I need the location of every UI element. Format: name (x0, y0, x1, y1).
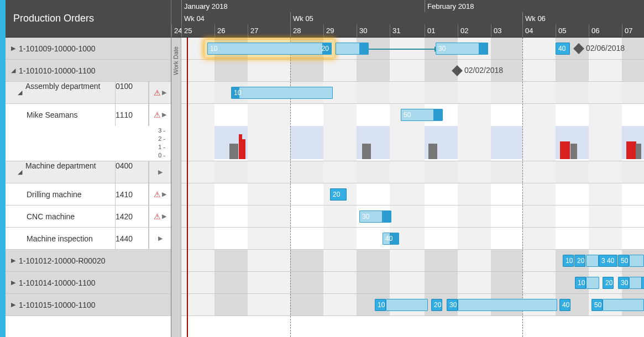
task-bar[interactable]: 20 (574, 255, 585, 267)
alert-icon: ⚠ (154, 110, 161, 119)
week-cell[interactable]: Wk 05 (290, 12, 522, 24)
load-bar (362, 144, 371, 159)
task-bar[interactable]: 50 (618, 255, 629, 267)
resource-row[interactable]: CNC machine1420⚠▶ (0, 206, 171, 228)
gantt-row (171, 161, 644, 183)
task-bar[interactable]: 30 (359, 210, 391, 223)
chevron-right-icon[interactable]: ▶ (162, 213, 166, 220)
task-bar[interactable] (586, 277, 599, 289)
chevron-right-icon[interactable]: ▶ (162, 111, 166, 118)
res-icons[interactable]: ⚠▶ (149, 206, 171, 227)
task-bar[interactable]: 20 (330, 188, 347, 201)
chevron-right-icon[interactable]: ▶ (158, 235, 163, 242)
task-bar[interactable]: 1020 (207, 43, 332, 55)
day-cell[interactable]: 30 (357, 24, 390, 37)
task-bar[interactable]: 10 (231, 87, 333, 99)
load-bar (626, 141, 636, 159)
chevron-right-icon[interactable]: ▶ (162, 191, 166, 198)
department-row[interactable]: ◢Assembly department0100⚠▶ (0, 82, 171, 104)
month-cell[interactable]: February 2018 (425, 0, 644, 12)
day-cell[interactable]: 24 (171, 24, 181, 37)
order-row[interactable]: ▶1-101009-10000-1000 (0, 38, 171, 60)
orders-tree: Production Orders ▶1-101009-10000-1000◢1… (0, 0, 171, 337)
resource-label: CNC machine (25, 206, 116, 227)
day-cell[interactable]: 06 (589, 24, 622, 37)
day-cell[interactable]: 02 (458, 24, 491, 37)
order-row[interactable]: ▶1-101015-10000-1100 (0, 294, 171, 316)
task-bar[interactable]: 20 (603, 277, 614, 289)
week-cell[interactable]: Wk 06 (522, 12, 644, 24)
department-label: Assembly department (24, 82, 116, 103)
resource-row[interactable]: Mike Seamans1110⚠▶3 -2 -1 -0 - (0, 104, 171, 161)
task-bar[interactable] (336, 43, 369, 55)
task-bar[interactable]: 4 (641, 277, 644, 289)
department-code: 0400 (116, 161, 149, 183)
dept-icons[interactable]: ▶ (149, 161, 171, 183)
day-cell[interactable]: 04 (522, 24, 556, 37)
day-cell[interactable]: 27 (248, 24, 281, 37)
task-bar[interactable]: 20 (431, 299, 442, 311)
load-bar (462, 144, 470, 159)
res-icons[interactable]: ⚠▶ (149, 183, 171, 205)
task-bar[interactable] (458, 299, 557, 311)
milestone-icon[interactable] (452, 65, 463, 76)
task-bar[interactable]: 50 (401, 109, 443, 121)
scale-tick: 0 - (158, 152, 165, 159)
task-bar[interactable]: 30 (618, 277, 629, 289)
gantt-row: 10203 4050 (171, 250, 644, 272)
res-icons[interactable]: ▶ (149, 228, 171, 249)
resource-row[interactable]: Machine inspection1440▶ (0, 228, 171, 250)
month-cell[interactable]: January 2018 (181, 0, 425, 12)
day-cell[interactable]: 07 (622, 24, 644, 37)
task-bar[interactable]: 40 (559, 299, 570, 311)
dept-icons[interactable]: ⚠▶ (149, 82, 171, 103)
order-row[interactable]: ▶1-101012-10000-R00020 (0, 250, 171, 272)
day-cell[interactable]: 26 (214, 24, 248, 37)
task-number: 40 (562, 301, 569, 309)
task-bar[interactable] (603, 299, 644, 311)
load-bar (333, 144, 340, 159)
task-bar[interactable]: 30 (447, 299, 458, 311)
task-number: 10 (566, 257, 573, 265)
day-cell[interactable]: 25 (181, 24, 214, 37)
milestone-icon[interactable] (573, 43, 584, 54)
task-bar[interactable] (629, 255, 644, 267)
day-cell[interactable]: 01 (425, 24, 458, 37)
day-cell[interactable]: 03 (491, 24, 522, 37)
day-cell[interactable]: 31 (390, 24, 423, 37)
task-bar[interactable]: 10 (563, 255, 574, 267)
task-bar[interactable]: 10 (575, 277, 586, 289)
order-label: 1-101014-10000-1100 (17, 278, 171, 287)
day-cell[interactable]: 05 (556, 24, 589, 37)
gantt-row: 1020304050 (171, 294, 644, 316)
task-bar[interactable]: 40 (556, 43, 570, 55)
chevron-right-icon[interactable]: ▶ (162, 89, 166, 96)
resource-row[interactable]: Drilling machine1410⚠▶ (0, 183, 171, 206)
load-bar (428, 144, 437, 159)
day-cell[interactable]: 28 (290, 24, 323, 37)
load-scale: 3 -2 -1 -0 - (0, 126, 171, 161)
task-bar[interactable]: 30 (436, 43, 488, 55)
load-bar (329, 139, 332, 159)
load-bar (395, 144, 404, 159)
week-cell[interactable]: Wk 04 (181, 12, 290, 24)
task-bar[interactable]: 3 40 (599, 255, 617, 267)
scale-tick: 3 - (158, 127, 165, 134)
day-cell[interactable]: 29 (323, 24, 357, 37)
gantt-row: 10 (171, 82, 644, 104)
task-number: 20 (322, 45, 329, 52)
task-bar[interactable] (386, 299, 428, 311)
task-number: 30 (438, 45, 446, 52)
chevron-right-icon[interactable]: ▶ (158, 168, 163, 176)
order-row[interactable]: ▶1-101014-10000-1100 (0, 272, 171, 294)
task-bar[interactable]: 50 (591, 299, 603, 311)
task-bar[interactable]: 40 (383, 233, 399, 245)
order-row[interactable]: ◢1-101010-10000-1100 (0, 60, 171, 82)
department-row[interactable]: ◢Machine department0400▶ (0, 161, 171, 183)
task-bar[interactable]: 10 (375, 299, 386, 311)
res-icons[interactable]: ⚠▶ (149, 104, 171, 126)
task-number: 20 (577, 257, 584, 265)
tree-header: Production Orders (0, 0, 171, 38)
task-number: 30 (621, 279, 628, 287)
task-bar[interactable] (586, 255, 599, 267)
